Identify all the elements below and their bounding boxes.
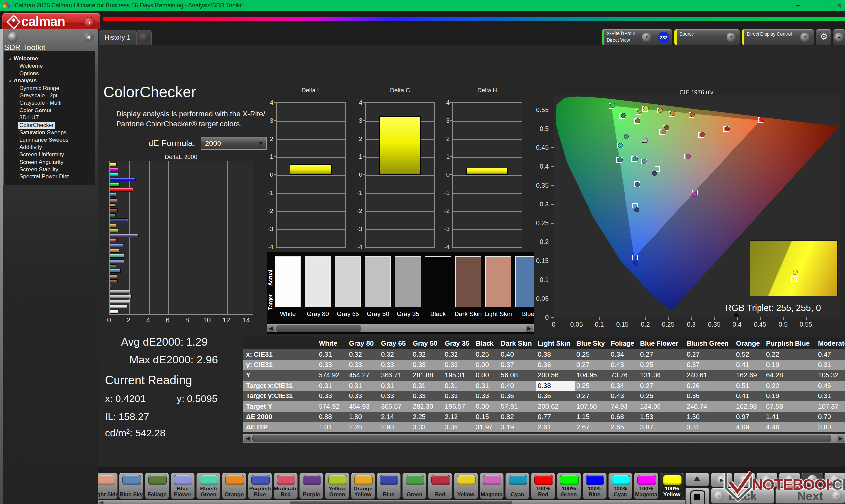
scroll-left-icon[interactable]: ◀ [99, 501, 104, 504]
y-tick-label: 0 [262, 171, 273, 178]
minimize-button[interactable]: ─ [791, 3, 806, 8]
sidebar-left-splitter[interactable] [0, 29, 3, 504]
patch-button-orange[interactable]: Orange [222, 473, 246, 499]
source-chevron-icon[interactable]: ▼ [726, 33, 736, 42]
patch-button-magenta[interactable]: Magenta [480, 473, 504, 499]
swatch-light-skin[interactable] [485, 256, 511, 307]
sidebar-item-grayscale-2pt[interactable]: Grayscale - 2pt [4, 92, 94, 100]
table-scrollbar[interactable]: ◀ ▶ [243, 434, 845, 443]
scroll-right-icon[interactable]: ▶ [837, 435, 844, 442]
stop-button[interactable] [685, 487, 709, 504]
settings-button[interactable]: ⚙ [816, 29, 832, 45]
sidebar-item-colorchecker[interactable]: ColorChecker [4, 122, 94, 129]
sidebar-item-spectral-power-dist-[interactable]: Spectral Power Dist. [4, 174, 94, 181]
patch-button-100-blue[interactable]: 100% Blue [583, 473, 607, 499]
patch-button-cyan[interactable]: Cyan [505, 473, 529, 499]
swatch-gray-50[interactable] [365, 256, 391, 307]
table-cell: 64.28 [764, 371, 816, 379]
patch-label: 100% Blue [583, 484, 606, 498]
source-dropdown[interactable]: Source ▼ [674, 29, 740, 45]
sidebar-item-analysis[interactable]: Analysis [4, 77, 94, 85]
patch-button-light-skin[interactable]: Light Skin [98, 473, 118, 499]
display-chevron-icon[interactable]: ▼ [800, 33, 810, 42]
patch-button-100-cyan[interactable]: 100% Cyan [608, 473, 632, 499]
column-header-bluish-green: Bluish Green [685, 339, 735, 348]
table-cell: 1.50 [685, 413, 735, 420]
sidebar-item-welcome[interactable]: Welcome [4, 55, 94, 63]
x-tick-label: 4 [142, 316, 155, 324]
display-control-dropdown[interactable]: Direct Display Control ▼ [742, 29, 814, 45]
table-cell: 107.50 [575, 402, 609, 410]
logo-menu-chevron-icon[interactable]: ▼ [84, 17, 95, 29]
table-scroll-thumb[interactable] [252, 435, 831, 442]
sidebar-item-dynamic-range[interactable]: Dynamic Range [4, 85, 94, 92]
add-tab-button[interactable]: + [136, 30, 152, 45]
patch-button-moderate-red[interactable]: Moderate Red [274, 473, 298, 499]
workflow-led-button[interactable] [8, 32, 18, 42]
sidebar-item-welcome[interactable]: Welcome [4, 63, 94, 70]
sidebar-item-grayscale-multi[interactable]: Grayscale - Multi [4, 100, 94, 107]
patch-button-purplish-blue[interactable]: Purplish Blue [248, 473, 272, 499]
patch-button-blue-flower[interactable]: Blue Flower [171, 473, 195, 499]
collapse-panel-button[interactable]: ◀ [833, 29, 845, 45]
sidebar-collapse-button[interactable]: ◀ [83, 32, 94, 42]
patch-button-orange-yellow[interactable]: Orange Yellow [351, 473, 375, 499]
sidebar-item-color-gamut[interactable]: Color Gamut [4, 107, 94, 114]
patch-button-bluish-green[interactable]: Bluish Green [196, 473, 221, 499]
sidebar-item-additivity[interactable]: Additivity [4, 144, 94, 151]
patch-button-red[interactable]: Red [428, 473, 452, 499]
sidebar-item-screen-uniformity[interactable]: Screen Uniformity [4, 151, 94, 159]
sidebar-item-screen-stability[interactable]: Screen Stability [4, 166, 94, 174]
restore-button[interactable]: ❐ [815, 3, 830, 8]
tab-history-1[interactable]: History 1 [99, 30, 136, 45]
expander-triangle-icon[interactable] [8, 79, 11, 83]
close-button[interactable]: ✕ [832, 3, 845, 8]
patch-button-100-green[interactable]: 100% Green [557, 473, 581, 499]
patch-button-blue-sky[interactable]: Blue Sky [119, 473, 143, 499]
patch-button-yellow[interactable]: Yellow [454, 473, 478, 499]
sidebar-item-saturation-sweeps[interactable]: Saturation Sweeps [4, 129, 94, 137]
sidebar-item-3d-lut[interactable]: 3D LUT [4, 114, 94, 122]
patch-color-swatch [586, 475, 604, 485]
patch-button-purple[interactable]: Purple [299, 473, 323, 499]
meter-chevron-icon[interactable]: ▼ [642, 33, 651, 42]
swatch-dark-skin[interactable] [455, 256, 481, 307]
patch-scrollbar[interactable]: ◀ [98, 500, 688, 504]
sidebar-item-screen-angularity[interactable]: Screen Angularity [4, 159, 94, 166]
patch-button-foliage[interactable]: Foliage [145, 473, 169, 499]
patch-button-green[interactable]: Green [402, 473, 426, 499]
scroll-left-icon[interactable]: ◀ [267, 325, 275, 332]
patch-label: Blue [377, 484, 400, 498]
scroll-up-button[interactable] [685, 473, 709, 486]
patch-button-100-yellow[interactable]: 100% Yellow [660, 473, 684, 499]
swatch-scroll-thumb[interactable] [276, 325, 362, 332]
deltae-chart [109, 161, 253, 315]
swatch-scrollbar[interactable]: ◀ ▶ [267, 324, 534, 332]
patch-button-100-red[interactable]: 100% Red [531, 473, 555, 499]
patch-button-blue[interactable]: Blue [376, 473, 401, 499]
window-title: Calman 2025 Calman Ultimate for Business… [15, 2, 243, 9]
table-cell: 0.27 [638, 382, 685, 390]
swatch-gray-80[interactable] [305, 256, 331, 307]
row-label: x: CIE31 [243, 350, 317, 358]
swatch-gray-35[interactable] [395, 256, 421, 307]
highlighted-cell[interactable]: 0.38 [536, 381, 575, 391]
scroll-left-icon[interactable]: ◀ [244, 435, 251, 442]
deltae-bar-gray-80 [110, 305, 127, 308]
swatch-gray-65[interactable] [335, 256, 361, 307]
y-tick-label: -1 [438, 189, 450, 197]
patch-button-100-magenta[interactable]: 100% Magenta [634, 473, 658, 499]
swatch-blue[interactable] [515, 256, 534, 307]
expander-triangle-icon[interactable] [8, 57, 11, 60]
sidebar-item-options[interactable]: Options [4, 70, 94, 77]
patch-scroll-thumb[interactable] [291, 501, 512, 504]
table-cell: 0.33 [379, 392, 411, 400]
swatch-black[interactable] [425, 256, 451, 307]
sidebar-item-luminance-sweeps[interactable]: Luminance Sweeps [4, 137, 94, 144]
de-formula-dropdown[interactable]: 2000 ▼ [201, 137, 267, 150]
swatch-white[interactable] [275, 256, 301, 307]
patch-button-yellow-green[interactable]: Yellow Green [325, 473, 349, 499]
meter-dropdown[interactable]: X-Rite i1Pro 2 Direct View ▼ 232 [601, 29, 672, 45]
scroll-right-icon[interactable]: ▶ [526, 325, 533, 332]
table-cell: 0.33 [347, 361, 379, 369]
